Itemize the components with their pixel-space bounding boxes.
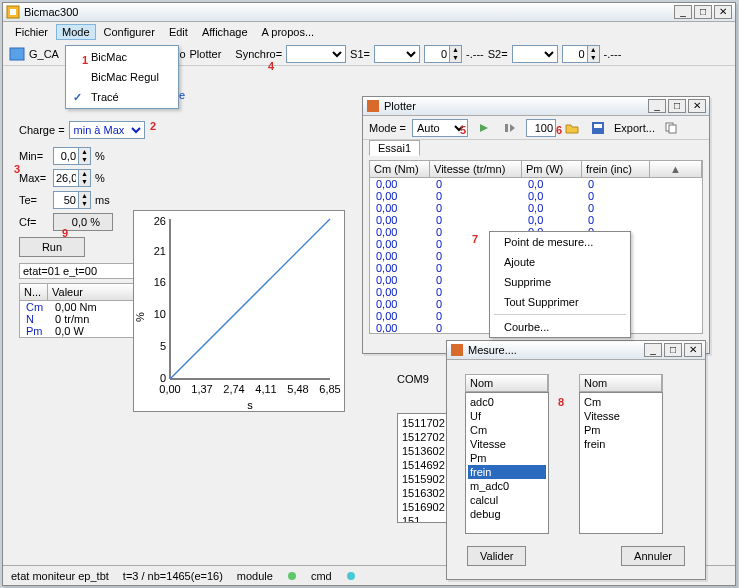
list-item[interactable]: Cm (582, 395, 660, 409)
svg-text:10: 10 (154, 308, 166, 320)
svg-text:16: 16 (154, 276, 166, 288)
list-item[interactable]: Vitesse (582, 409, 660, 423)
menu-apropos[interactable]: A propos... (256, 24, 321, 40)
menu-edit[interactable]: Edit (163, 24, 194, 40)
svg-marker-23 (480, 124, 488, 132)
valider-button[interactable]: Valider (467, 546, 526, 566)
close-button[interactable]: ✕ (714, 5, 732, 19)
svg-text:4,11: 4,11 (255, 383, 276, 395)
submenu-bicmac-regul[interactable]: BicMac Regul (67, 67, 177, 87)
maximize-button[interactable]: □ (694, 5, 712, 19)
plotter-close-button[interactable]: ✕ (688, 99, 706, 113)
s1-spin[interactable]: ▲▼ (424, 45, 462, 63)
mesure-min-button[interactable]: _ (644, 343, 662, 357)
s1-select[interactable] (374, 45, 420, 63)
max-spin[interactable]: ▲▼ (53, 169, 91, 187)
svg-text:26: 26 (154, 215, 166, 227)
svg-text:21: 21 (154, 245, 166, 257)
tab-essai1[interactable]: Essai1 (369, 140, 420, 156)
mesure-title: Mesure.... (468, 344, 642, 356)
svg-text:0,00: 0,00 (159, 383, 180, 395)
svg-text:2,74: 2,74 (223, 383, 244, 395)
play-icon[interactable] (474, 119, 494, 137)
plotter-mode-label: Mode = (369, 122, 406, 134)
mesure-right-list[interactable]: CmVitessePmfrein (579, 392, 663, 534)
chart-svg: 0 5 10 16 21 26 0,00 1,37 2,74 4,11 5,48… (134, 211, 346, 413)
list-item[interactable]: adc0 (468, 395, 546, 409)
max-input[interactable] (54, 170, 78, 186)
minimize-button[interactable]: _ (674, 5, 692, 19)
plotter-tabstrip: Essai1 (363, 140, 709, 156)
s2-spin[interactable]: ▲▼ (562, 45, 600, 63)
submenu-trace[interactable]: Tracé (67, 87, 177, 107)
min-spin[interactable]: ▲▼ (53, 147, 91, 165)
plotter-toolbar: Mode = Auto Export... (363, 116, 709, 140)
menu-affichage[interactable]: Affichage (196, 24, 254, 40)
min-label: Min= (19, 150, 49, 162)
synchro-select[interactable] (286, 45, 346, 63)
col-vitesse[interactable]: Vitesse (tr/mn) (430, 161, 522, 177)
te-input[interactable] (54, 192, 78, 208)
mesure-close-button[interactable]: ✕ (684, 343, 702, 357)
export-label[interactable]: Export... (614, 122, 655, 134)
menu-fichier[interactable]: Fichier (9, 24, 54, 40)
anno-8: 8 (558, 396, 564, 408)
copy-icon[interactable] (661, 119, 681, 137)
th-n[interactable]: N... (20, 284, 48, 300)
s1-dash: -.--- (466, 48, 484, 60)
list-item[interactable]: Pm (582, 423, 660, 437)
charge-label: Charge = (19, 124, 65, 136)
table-row: 0,0000,00 (370, 202, 702, 214)
log-listbox[interactable]: 1511702151270215136021514692151590215163… (397, 413, 449, 523)
step-icon[interactable] (500, 119, 520, 137)
svg-rect-27 (594, 124, 602, 128)
s2-select[interactable] (512, 45, 558, 63)
ctx-courbe[interactable]: Courbe... (490, 317, 630, 337)
charge-select[interactable]: min à Max (69, 121, 145, 139)
svg-text:%: % (134, 312, 146, 322)
list-item[interactable]: Pm (468, 451, 546, 465)
ctx-supprime[interactable]: Supprime (490, 272, 630, 292)
list-item[interactable]: calcul (468, 493, 546, 507)
te-spin[interactable]: ▲▼ (53, 191, 91, 209)
list-item[interactable]: Uf (468, 409, 546, 423)
chart-area: 0 5 10 16 21 26 0,00 1,37 2,74 4,11 5,48… (133, 210, 345, 412)
list-item[interactable]: Vitesse (468, 437, 546, 451)
min-input[interactable] (54, 148, 78, 164)
anno-2: 2 (150, 120, 156, 132)
table-row: Pm0,0 W (20, 325, 103, 337)
list-item[interactable]: frein (582, 437, 660, 451)
table-row: 0,0000,00 (370, 214, 702, 226)
plotter-icon (366, 99, 380, 113)
anno-3: 3 (14, 163, 20, 175)
col-pm[interactable]: Pm (W) (522, 161, 582, 177)
s2-spin-input[interactable] (563, 46, 587, 62)
svg-rect-30 (451, 344, 463, 356)
annuler-button[interactable]: Annuler (621, 546, 685, 566)
menu-mode[interactable]: Mode (56, 24, 96, 40)
run-button[interactable]: Run (19, 237, 85, 257)
s1-spin-input[interactable] (425, 46, 449, 62)
ctx-ajoute[interactable]: Ajoute (490, 252, 630, 272)
ctx-point-de-mesure[interactable]: Point de mesure... (490, 232, 630, 252)
list-item[interactable]: Cm (468, 423, 546, 437)
save-icon[interactable] (588, 119, 608, 137)
col-frein[interactable]: frein (inc) (582, 161, 650, 177)
menu-configurer[interactable]: Configurer (98, 24, 161, 40)
list-item[interactable]: debug (468, 507, 546, 521)
mesure-left-list[interactable]: adc0UfCmVitessePmfreinm_adc0calculdebug (465, 392, 549, 534)
plotter-min-button[interactable]: _ (648, 99, 666, 113)
plotter-count-input[interactable] (526, 119, 556, 137)
plotter-max-button[interactable]: □ (668, 99, 686, 113)
open-folder-icon[interactable] (562, 119, 582, 137)
svg-text:1,37: 1,37 (191, 383, 212, 395)
status-left: etat moniteur ep_tbt (11, 570, 109, 582)
ctx-tout-supprimer[interactable]: Tout Supprimer (490, 292, 630, 312)
list-item[interactable]: frein (468, 465, 546, 479)
list-item[interactable]: m_adc0 (468, 479, 546, 493)
col-scroll-up[interactable]: ▲ (650, 161, 702, 177)
plotter-window: Plotter _ □ ✕ Mode = Auto Export... Essa… (362, 96, 710, 354)
svg-rect-24 (505, 124, 508, 132)
col-cm[interactable]: Cm (Nm) (370, 161, 430, 177)
mesure-max-button[interactable]: □ (664, 343, 682, 357)
